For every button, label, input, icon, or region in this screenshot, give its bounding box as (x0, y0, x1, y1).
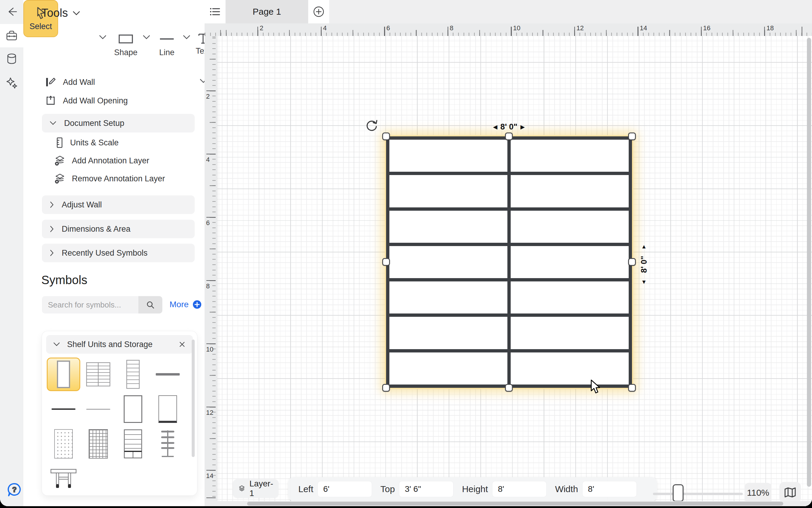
symbol-double-shelf-grid[interactable] (82, 357, 115, 391)
shelf-cell (389, 175, 508, 207)
rail-item-toolbox[interactable] (0, 24, 23, 47)
recently-used-symbols-label: Recently Used Symbols (62, 248, 148, 258)
select-dropdown-chevron[interactable] (99, 35, 107, 40)
height-dimension-label[interactable]: ▲ 8' 0" ▼ (636, 240, 652, 288)
width-dimension-label[interactable]: ◀ 8' 0" ▶ (493, 122, 525, 132)
rail-item-data[interactable] (0, 47, 23, 71)
open-rectangle-icon (124, 395, 142, 423)
symbol-wire-rack[interactable] (82, 427, 115, 461)
symbol-shelf-unit-plan[interactable] (47, 357, 80, 391)
symbol-pegboard[interactable] (47, 427, 80, 461)
add-wall-icon (45, 76, 56, 88)
zoom-level-value: 110% (747, 488, 769, 498)
tab-page-1[interactable]: Page 1 (226, 0, 308, 24)
units-scale-item[interactable]: Units & Scale (56, 135, 118, 150)
h-ruler-number: 10 (513, 24, 520, 32)
remove-annotation-layer-item[interactable]: Remove Annotation Layer (54, 171, 165, 186)
add-wall-opening-icon (45, 95, 56, 107)
zoom-level-badge[interactable]: 110% (745, 483, 772, 503)
adjust-wall-section[interactable]: Adjust Wall (42, 196, 195, 214)
v-ruler-number: 2 (206, 93, 210, 100)
tool-line-button[interactable]: Line (152, 34, 182, 57)
resize-handle-w[interactable] (382, 258, 390, 266)
document-setup-section[interactable]: Document Setup (42, 114, 195, 132)
category-header[interactable]: Shelf Units and Storage (46, 335, 193, 354)
add-page-button[interactable] (308, 0, 329, 24)
rotate-handle-icon[interactable] (365, 119, 379, 132)
symbol-shelf-post-side[interactable] (151, 427, 185, 461)
layer-chip[interactable]: Layer-1 (233, 479, 279, 498)
zoom-slider-track[interactable] (653, 493, 743, 495)
category-close-button[interactable] (179, 341, 186, 348)
shelf-shape[interactable] (386, 136, 632, 388)
top-field-input[interactable] (399, 481, 453, 497)
page-list-button[interactable] (204, 0, 226, 24)
h-ruler-number: 6 (386, 24, 390, 32)
horizontal-scrollbar-thumb[interactable] (247, 502, 783, 506)
symbol-thick-wall-line[interactable] (151, 357, 185, 391)
h-ruler-number: 18 (766, 24, 774, 32)
solid-black-line-icon (51, 409, 76, 410)
width-dimension-value: 8' 0" (500, 122, 518, 132)
rail-item-magic[interactable] (0, 71, 23, 94)
adjust-wall-label: Adjust Wall (62, 200, 102, 210)
recently-used-symbols-section[interactable]: Recently Used Symbols (42, 244, 195, 262)
symbol-open-rectangle[interactable] (116, 392, 150, 426)
toolbox-icon (5, 29, 18, 42)
symbol-solid-black-line[interactable] (47, 392, 80, 426)
layer-chip-label: Layer-1 (249, 479, 273, 498)
symbol-rectangle-thick-base[interactable] (151, 392, 185, 426)
help-button[interactable]: ? (6, 481, 23, 499)
workbench-side-icon (50, 468, 77, 489)
tool-shape-button[interactable]: Shape (111, 34, 141, 57)
more-symbols-button[interactable]: More (170, 300, 202, 309)
back-button[interactable] (0, 0, 23, 24)
category-title: Shelf Units and Storage (67, 340, 152, 349)
shape-dropdown-chevron[interactable] (143, 35, 150, 40)
resize-handle-n[interactable] (505, 132, 513, 140)
width-field-input[interactable] (582, 481, 637, 497)
vertical-scrollbar-thumb[interactable] (807, 38, 811, 487)
add-wall-opening-button[interactable]: Add Wall Opening (45, 93, 128, 108)
resize-handle-se[interactable] (628, 384, 636, 392)
dimensions-area-section[interactable]: Dimensions & Area (42, 220, 195, 238)
add-annotation-layer-item[interactable]: Add Annotation Layer (54, 154, 149, 168)
horizontal-scrollbar[interactable] (204, 501, 812, 506)
add-wall-button[interactable]: Add Wall (45, 75, 95, 89)
resize-handle-ne[interactable] (628, 132, 636, 140)
symbol-search-input[interactable] (42, 296, 138, 313)
layers-icon (238, 483, 245, 494)
minimap-button[interactable] (779, 482, 801, 503)
width-field-label: Width (555, 484, 578, 494)
symbol-search-button[interactable] (138, 296, 162, 313)
panel-title[interactable]: Tools (41, 7, 80, 19)
zoom-slider-thumb[interactable] (673, 484, 683, 502)
symbol-panel-scrollbar[interactable] (192, 340, 195, 457)
thick-wall-line-icon (156, 373, 180, 376)
symbol-single-shelf-column[interactable] (116, 357, 150, 391)
dimensions-area-label: Dimensions & Area (62, 224, 131, 234)
remove-annotation-layer-label: Remove Annotation Layer (72, 174, 165, 183)
symbol-thin-gray-line[interactable] (82, 392, 115, 426)
thin-gray-line-icon (86, 409, 110, 410)
height-field-input[interactable] (492, 481, 546, 497)
h-ruler: 24681012141618 (204, 24, 812, 36)
panel-title-label: Tools (41, 7, 68, 19)
resize-handle-nw[interactable] (382, 132, 390, 140)
height-dimension-value: 8' 0" (631, 256, 657, 273)
chevron-right-icon (50, 250, 54, 256)
left-field-input[interactable] (318, 481, 372, 497)
symbol-shelf-front-view[interactable] (116, 427, 150, 461)
resize-handle-sw[interactable] (382, 384, 390, 392)
h-ruler-number: 14 (640, 24, 647, 32)
symbol-grid (47, 357, 190, 496)
symbol-workbench-side[interactable] (47, 462, 80, 496)
drawing-canvas[interactable]: ◀ 8' 0" ▶ ▲ 8' 0" ▼ (218, 36, 812, 506)
resize-handle-s[interactable] (505, 384, 513, 392)
document-setup-label: Document Setup (64, 119, 124, 128)
field-left: Left (298, 481, 372, 497)
shelf-cell (389, 282, 508, 313)
tool-select-label: Select (29, 22, 52, 31)
shelf-unit-plan-icon (57, 361, 70, 388)
map-icon (784, 487, 797, 498)
